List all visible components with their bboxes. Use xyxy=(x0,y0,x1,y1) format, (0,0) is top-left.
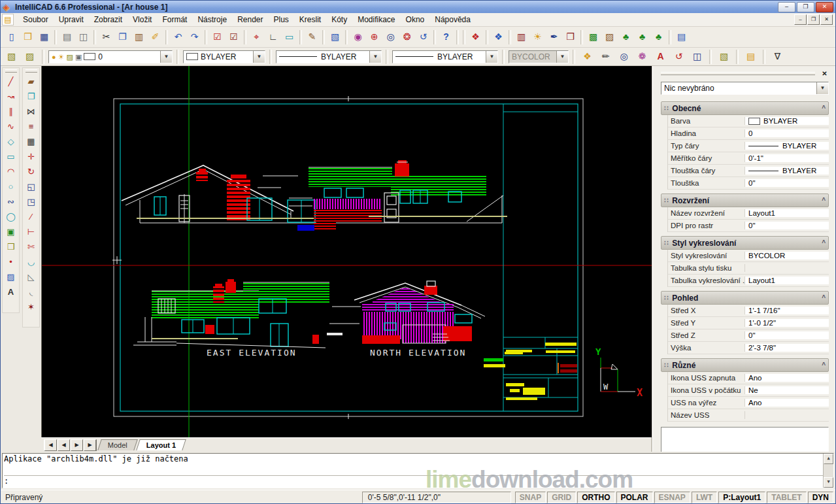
line-icon[interactable]: ╱ xyxy=(3,75,18,90)
spline-icon[interactable]: ∾ xyxy=(3,195,18,210)
tree-edit-icon[interactable]: ♣ xyxy=(634,29,650,45)
match-icon[interactable]: ❁ xyxy=(634,48,650,65)
property-row-hladina[interactable]: Hladina 0 xyxy=(668,127,829,140)
panel-grip[interactable] xyxy=(661,72,815,75)
property-row-nazev-rozvrzeni[interactable]: Název rozvržení Layout1 xyxy=(668,207,829,220)
toggle-paperspace[interactable]: P:Layout1 xyxy=(718,492,765,503)
minimize-button[interactable]: – xyxy=(778,2,795,12)
text-icon[interactable]: A xyxy=(3,285,18,300)
lineweight-dropdown-icon[interactable]: ▼ xyxy=(486,51,497,63)
first-tab-button[interactable]: ◀ xyxy=(44,439,57,451)
property-row-stred-x[interactable]: Střed X 1'-1 7/16" xyxy=(668,305,829,317)
toggle-tablet[interactable]: TABLET xyxy=(767,492,806,503)
property-row-nazev-uss[interactable]: Název USS xyxy=(668,409,829,422)
menu-kreslit[interactable]: Kreslit xyxy=(294,14,326,25)
menu-okno[interactable]: Okno xyxy=(401,14,430,25)
menu-koty[interactable]: Kóty xyxy=(326,14,352,25)
color-combobox[interactable]: BYLAYER ▼ xyxy=(183,50,265,63)
maximize-button[interactable]: ❐ xyxy=(797,2,814,12)
statistics-icon[interactable]: ▤ xyxy=(673,29,690,45)
tree-new-icon[interactable]: ♣ xyxy=(618,29,634,45)
property-row-tabulka-vykreslovani[interactable]: Tabulka vykreslování ... Layout1 xyxy=(668,275,829,287)
explode-icon[interactable]: ✶ xyxy=(24,300,39,315)
edit-properties-icon[interactable]: ✏ xyxy=(597,48,614,65)
zoom-realtime-icon[interactable]: ◉ xyxy=(350,29,366,45)
new-icon[interactable]: ▯ xyxy=(3,29,20,45)
toggle-snap[interactable]: SNAP xyxy=(515,492,546,503)
insert-block-icon[interactable]: ▣ xyxy=(3,225,18,240)
text-style-icon[interactable]: A xyxy=(652,48,669,65)
fillet-icon[interactable]: ◟ xyxy=(24,285,39,300)
toolbar-grip[interactable] xyxy=(5,69,17,73)
redo-icon[interactable]: ↷ xyxy=(186,29,203,45)
toolbar-grip[interactable] xyxy=(25,69,37,73)
zoom-window-icon[interactable]: ◎ xyxy=(382,29,399,45)
collapse-icon[interactable]: ^ xyxy=(822,105,826,112)
document-icon[interactable]: ▤ xyxy=(2,14,14,25)
layer-dropdown-icon[interactable]: ▼ xyxy=(160,51,172,63)
drag-grip-icon[interactable]: ∷ xyxy=(664,197,668,204)
copy-entity-icon[interactable]: ❐ xyxy=(24,90,39,105)
layer-states-icon[interactable]: ▧ xyxy=(716,48,732,65)
selection-dropdown-icon[interactable]: ▼ xyxy=(816,82,828,94)
toggle-grid[interactable]: GRID xyxy=(547,492,576,503)
layer-previous-icon[interactable]: ▨ xyxy=(22,48,38,65)
drag-grip-icon[interactable]: ∷ xyxy=(664,361,668,369)
command-scrollbar[interactable]: ▲ ▼ xyxy=(823,454,833,488)
menu-modifikace[interactable]: Modifikace xyxy=(352,14,400,25)
menu-plus[interactable]: Plus xyxy=(268,14,293,25)
cut-icon[interactable]: ✂ xyxy=(98,29,114,45)
color-dropdown-icon[interactable]: ▼ xyxy=(253,51,265,63)
multiline-icon[interactable]: ∥ xyxy=(3,105,18,120)
collapse-icon[interactable]: ^ xyxy=(822,294,826,301)
render-icon[interactable]: ❖ xyxy=(467,29,484,45)
landscape-edit-icon[interactable]: ▨ xyxy=(601,29,618,45)
property-row-styl-vykreslovani[interactable]: Styl vykreslování BYCOLOR xyxy=(668,250,829,262)
landscape-new-icon[interactable]: ▩ xyxy=(585,29,601,45)
toggle-esnap[interactable]: ESNAP xyxy=(654,492,690,503)
property-row-uss-na-vyrez[interactable]: USS na výřez Ano xyxy=(668,397,829,409)
layer-combobox[interactable]: ● ☀ ▨ ▣ 0 ▼ xyxy=(48,50,173,63)
property-row-tloustka[interactable]: Tlouštka 0" xyxy=(668,177,829,190)
viewport-icon[interactable]: ◫ xyxy=(689,48,705,65)
materials-icon[interactable]: ▥ xyxy=(513,29,529,45)
menu-format[interactable]: Formát xyxy=(157,14,192,25)
print-icon[interactable]: ▤ xyxy=(59,29,75,45)
menu-soubor[interactable]: Soubor xyxy=(18,14,54,25)
break-icon[interactable]: ◡ xyxy=(24,255,39,270)
property-row-meritko-cary[interactable]: Měřítko čáry 0'-1" xyxy=(668,152,829,165)
stretch-icon[interactable]: ◳ xyxy=(24,195,39,210)
arc-icon[interactable]: ◠ xyxy=(3,165,18,180)
property-row-dpi[interactable]: DPI pro rastr 0" xyxy=(668,220,829,232)
collapse-icon[interactable]: ^ xyxy=(822,361,826,369)
toggle-lwt[interactable]: LWT xyxy=(692,492,717,503)
lights-icon[interactable]: ☀ xyxy=(529,29,546,45)
tab-layout1[interactable]: Layout 1 xyxy=(136,439,186,450)
menu-nastroje[interactable]: Nástroje xyxy=(192,14,232,25)
command-prompt[interactable]: : xyxy=(4,475,823,487)
previous-tab-button[interactable]: ◀ xyxy=(58,439,70,451)
toggle-dyn[interactable]: DYN xyxy=(808,492,833,503)
offset-icon[interactable]: ≡ xyxy=(24,120,39,135)
zoom-in-icon[interactable]: ⊕ xyxy=(366,29,382,45)
drag-grip-icon[interactable]: ∷ xyxy=(664,294,668,301)
save-icon[interactable]: ▦ xyxy=(36,29,52,45)
polyline-icon[interactable]: ↝ xyxy=(3,90,18,105)
zoom-extents-icon[interactable]: ❂ xyxy=(399,29,415,45)
print-preview-icon[interactable]: ◫ xyxy=(75,29,92,45)
section-header-pohled[interactable]: ∷ Pohled ^ xyxy=(661,291,829,305)
layer-tools-icon[interactable]: ❖ xyxy=(579,48,595,65)
hatch-icon[interactable]: ▨ xyxy=(3,270,18,285)
properties-panel-icon[interactable]: ▤ xyxy=(743,48,759,65)
polygon-icon[interactable]: ◇ xyxy=(3,135,18,150)
circle-icon[interactable]: ○ xyxy=(3,180,18,195)
open-icon[interactable]: ❒ xyxy=(20,29,36,45)
menu-vlozit[interactable]: Vložit xyxy=(127,14,157,25)
tree-library-icon[interactable]: ♣ xyxy=(650,29,667,45)
menu-render[interactable]: Render xyxy=(232,14,268,25)
lineweight-combobox[interactable]: BYLAYER ▼ xyxy=(392,50,498,63)
linetype-dropdown-icon[interactable]: ▼ xyxy=(369,51,381,63)
sketch-icon[interactable]: ✎ xyxy=(304,29,320,45)
undo-icon[interactable]: ↶ xyxy=(170,29,186,45)
scroll-up-icon[interactable]: ▲ xyxy=(824,454,833,464)
